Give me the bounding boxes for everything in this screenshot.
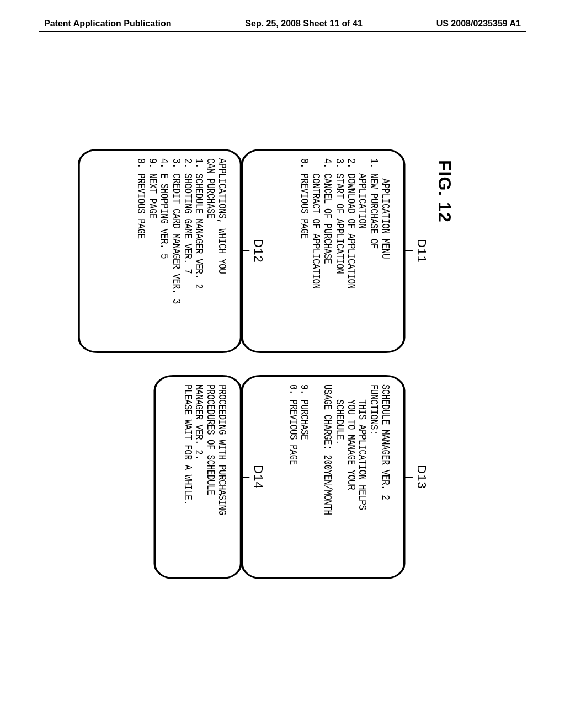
figure-rotated-container: FIG. 12 D11 APPLICATION MENU 1. NEW PURC… <box>111 149 455 579</box>
screen-d11-box: APPLICATION MENU 1. NEW PURCHASE OF APPL… <box>241 149 406 353</box>
figure-label: FIG. 12 <box>434 160 455 579</box>
screen-d14-box: PROCEEDING WITH PURCHASING PROCEDURES OF… <box>154 375 242 579</box>
header-center: Sep. 25, 2008 Sheet 11 of 41 <box>245 19 363 29</box>
leader-tick <box>404 250 413 251</box>
screen-d11-label: D11 <box>414 239 429 263</box>
screen-d11-col: D11 APPLICATION MENU 1. NEW PURCHASE OF … <box>274 149 429 353</box>
screen-d12-box: APPLICATIONS, WHICH YOU CAN PURCHASE 1. … <box>78 149 242 353</box>
screen-d13-box: SCHEDULE MANAGER VER. 2 FUNCTIONS: THIS … <box>241 375 406 579</box>
leader-tick <box>404 477 413 478</box>
screen-grid: D11 APPLICATION MENU 1. NEW PURCHASE OF … <box>111 149 429 579</box>
header-left: Patent Application Publication <box>44 19 172 29</box>
screen-d13-label: D13 <box>414 465 429 489</box>
header-right: US 2008/0235359 A1 <box>436 19 521 29</box>
header-rule <box>39 31 526 32</box>
screen-d13-col: D13 SCHEDULE MANAGER VER. 2 FUNCTIONS: T… <box>274 375 429 579</box>
